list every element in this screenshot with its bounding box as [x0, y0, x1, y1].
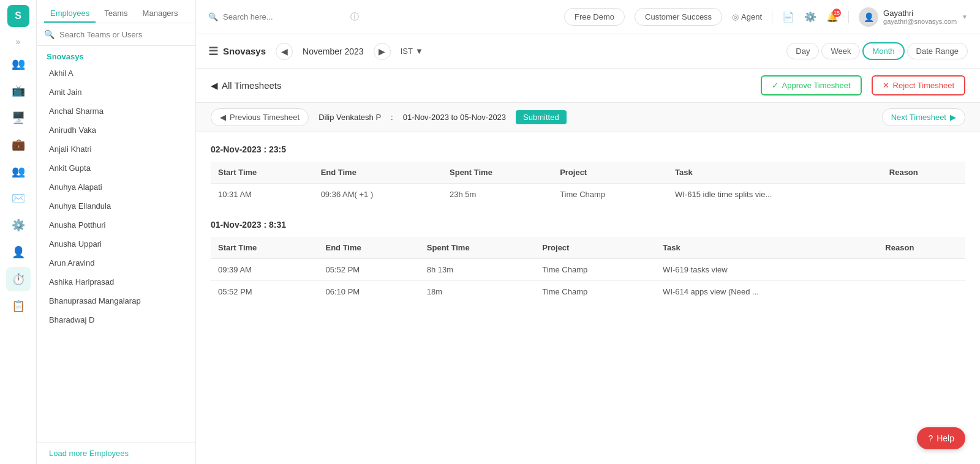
- view-day-button[interactable]: Day: [786, 43, 819, 59]
- hamburger-icon[interactable]: ☰: [208, 45, 218, 58]
- notification-badge: 15: [832, 9, 841, 17]
- list-item[interactable]: Anusha Uppari: [37, 234, 195, 253]
- nav-icon-briefcase[interactable]: 💼: [6, 132, 31, 157]
- table-header: Task: [655, 237, 878, 259]
- top-search-icon: 🔍: [208, 12, 218, 21]
- search-input[interactable]: [59, 30, 188, 39]
- agent-icon: ◎: [732, 12, 739, 21]
- nav-icon-monitor[interactable]: 🖥️: [6, 105, 31, 130]
- next-label: Next Timesheet: [891, 113, 946, 122]
- table-cell-task: WI-615 idle time splits vie...: [668, 184, 882, 206]
- list-item[interactable]: Anirudh Vaka: [37, 121, 195, 140]
- table-cell-reason: [878, 259, 965, 281]
- sidebar-section-title: Snovasys: [37, 46, 195, 64]
- nav-icon-clock-active[interactable]: ⏱️: [6, 267, 31, 291]
- time-table: Start TimeEnd TimeSpent TimeProjectTaskR…: [211, 162, 965, 205]
- table-header: Project: [535, 237, 655, 259]
- sidebar: Employees Teams Managers 🔍 Snovasys Akhi…: [37, 0, 196, 464]
- table-cell-project: Time Champ: [552, 184, 668, 206]
- user-email: gayathri@snovasys.com: [883, 18, 957, 25]
- list-item[interactable]: Anchal Sharma: [37, 102, 195, 121]
- content-area: 02-Nov-2023 : 23:5Start TimeEnd TimeSpen…: [196, 132, 980, 464]
- table-cell-end_time: 06:10 PM: [318, 281, 419, 303]
- user-details: Gayathri gayathri@snovasys.com: [883, 9, 957, 25]
- view-month-button[interactable]: Month: [862, 42, 904, 60]
- list-item[interactable]: Anuhya Alapati: [37, 178, 195, 196]
- table-header: Start Time: [211, 162, 314, 184]
- date-heading: 01-Nov-2023 : 8:31: [211, 220, 965, 230]
- tab-teams[interactable]: Teams: [98, 5, 134, 23]
- user-dropdown-icon[interactable]: ▼: [962, 13, 968, 20]
- table-row: 09:39 AM05:52 PM8h 13mTime ChampWI-619 t…: [211, 259, 965, 281]
- user-name: Gayathri: [883, 9, 957, 18]
- nav-icon-tv[interactable]: 📺: [6, 78, 31, 103]
- agent-area: ◎ Agent: [732, 12, 762, 21]
- list-item[interactable]: Anusha Potthuri: [37, 215, 195, 234]
- list-item[interactable]: Bhanuprasad Mangalarap: [37, 291, 195, 310]
- reject-timesheet-button[interactable]: ✕ Reject Timesheet: [872, 75, 965, 95]
- nav-icon-mail[interactable]: ✉️: [6, 186, 31, 211]
- timezone-selector[interactable]: IST ▼: [401, 47, 423, 56]
- view-daterange-button[interactable]: Date Range: [907, 43, 968, 59]
- list-item[interactable]: Ashika Hariprasad: [37, 272, 195, 291]
- time-table: Start TimeEnd TimeSpent TimeProjectTaskR…: [211, 237, 965, 302]
- prev-arrow-icon: ◀: [220, 113, 226, 122]
- divider-2: [848, 11, 849, 23]
- tab-managers[interactable]: Managers: [137, 5, 184, 23]
- info-icon[interactable]: ⓘ: [350, 12, 359, 23]
- table-header: Start Time: [211, 237, 318, 259]
- nav-icon-team[interactable]: 👥: [6, 159, 31, 184]
- employee-name: Dilip Venkatesh P: [318, 113, 381, 122]
- list-item[interactable]: Bharadwaj D: [37, 310, 195, 329]
- nav-icon-doc[interactable]: 📋: [6, 294, 31, 318]
- user-info[interactable]: 👤 Gayathri gayathri@snovasys.com ▼: [859, 7, 968, 27]
- employee-list: Akhil AAmit JainAnchal SharmaAnirudh Vak…: [37, 64, 195, 442]
- table-cell-task: WI-614 apps view (Need ...: [655, 281, 878, 303]
- all-timesheets-back[interactable]: ◀ All Timesheets: [211, 80, 282, 91]
- table-header: Spent Time: [420, 237, 535, 259]
- view-week-button[interactable]: Week: [821, 43, 860, 59]
- expand-nav-icon[interactable]: »: [13, 34, 23, 49]
- next-timesheet-button[interactable]: Next Timesheet ▶: [882, 108, 965, 126]
- approve-label: Approve Timesheet: [782, 81, 851, 90]
- table-cell-task: WI-619 tasks view: [655, 259, 878, 281]
- table-row: 10:31 AM09:36 AM( +1 )23h 5mTime ChampWI…: [211, 184, 965, 206]
- date-heading: 02-Nov-2023 : 23:5: [211, 144, 965, 154]
- list-item[interactable]: Amit Jain: [37, 83, 195, 102]
- agent-label: Agent: [741, 12, 762, 21]
- customer-success-button[interactable]: Customer Success: [635, 8, 722, 26]
- table-cell-start_time: 05:52 PM: [211, 281, 318, 303]
- nav-icon-users[interactable]: 👥: [6, 51, 31, 76]
- table-cell-reason: [878, 281, 965, 303]
- table-cell-start_time: 10:31 AM: [211, 184, 314, 206]
- nav-icon-gear[interactable]: ⚙️: [6, 213, 31, 238]
- next-month-button[interactable]: ▶: [374, 43, 391, 60]
- table-header: End Time: [314, 162, 442, 184]
- notification-icon-area[interactable]: 🔔 15: [826, 11, 839, 23]
- approve-timesheet-button[interactable]: ✓ Approve Timesheet: [761, 75, 862, 95]
- free-demo-button[interactable]: Free Demo: [564, 8, 625, 26]
- reject-label: Reject Timesheet: [893, 81, 954, 90]
- date-section: 01-Nov-2023 : 8:31Start TimeEnd TimeSpen…: [211, 220, 965, 302]
- app-logo[interactable]: S: [7, 5, 29, 27]
- document-icon-area[interactable]: 📄: [782, 11, 794, 23]
- tab-employees[interactable]: Employees: [44, 5, 96, 23]
- list-item[interactable]: Arun Aravind: [37, 253, 195, 272]
- list-item[interactable]: Anjali Khatri: [37, 140, 195, 159]
- list-item[interactable]: Ankit Gupta: [37, 159, 195, 178]
- load-more-employees[interactable]: Load more Employees: [37, 442, 195, 464]
- date-section: 02-Nov-2023 : 23:5Start TimeEnd TimeSpen…: [211, 144, 965, 205]
- previous-timesheet-button[interactable]: ◀ Previous Timesheet: [211, 108, 309, 126]
- help-button[interactable]: ? Help: [917, 427, 965, 449]
- prev-month-button[interactable]: ◀: [276, 43, 293, 60]
- range-separator: :: [391, 113, 393, 122]
- settings-icon-area[interactable]: ⚙️: [804, 11, 816, 23]
- back-arrow-icon: ◀: [211, 80, 218, 91]
- list-item[interactable]: Akhil A: [37, 64, 195, 83]
- table-header: Reason: [882, 162, 965, 184]
- list-item[interactable]: Anuhya Ellandula: [37, 196, 195, 215]
- timezone-dropdown-icon: ▼: [415, 47, 423, 56]
- top-search-input[interactable]: [223, 12, 345, 21]
- nav-icon-person[interactable]: 👤: [6, 240, 31, 264]
- month-display: November 2023: [303, 47, 364, 56]
